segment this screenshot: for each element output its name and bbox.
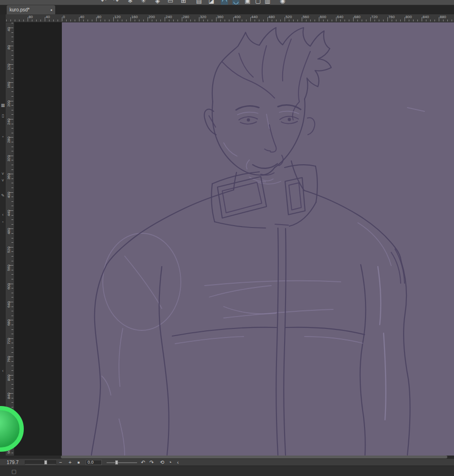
- ruler-minor-tick: [11, 197, 13, 197]
- ruler-label: 800: [7, 375, 11, 381]
- ruler-minor-tick: [143, 20, 144, 21]
- collapse-panel-icon[interactable]: ‹: [0, 212, 6, 217]
- ruler-panel-icon[interactable]: ▤: [196, 0, 202, 5]
- trash-icon[interactable]: ▯: [0, 113, 6, 118]
- ruler-major-tick: [165, 17, 165, 21]
- ruler-minor-tick: [11, 37, 13, 37]
- chevron-down-icon[interactable]: ˅: [0, 171, 6, 176]
- rotation-value[interactable]: 0.0: [86, 460, 102, 465]
- ruler-minor-tick: [135, 20, 135, 21]
- ruler-minor-tick: [417, 20, 418, 21]
- redo-icon[interactable]: ↷: [113, 0, 118, 5]
- collapse-panel-lower-icon[interactable]: ‹: [0, 368, 6, 373]
- ruler-minor-tick: [345, 20, 345, 21]
- ruler-minor-tick: [11, 343, 13, 343]
- fit-screen-icon[interactable]: ■: [78, 460, 80, 465]
- undo-icon[interactable]: ↶: [141, 459, 145, 466]
- ruler-minor-tick: [11, 60, 13, 60]
- page-icon[interactable]: ▢: [11, 468, 16, 475]
- face-lines: [204, 99, 315, 181]
- ruler-minor-tick: [11, 96, 13, 97]
- snap-ruler-icon[interactable]: ❄: [128, 0, 133, 5]
- ruler-minor-tick: [11, 165, 13, 165]
- perspective-grid-icon[interactable]: ⊞: [181, 0, 186, 5]
- ruler-minor-tick: [357, 20, 358, 21]
- ruler-minor-tick: [11, 334, 13, 334]
- ruler-major-tick: [216, 17, 217, 21]
- clipboard-icon[interactable]: ▦: [0, 103, 6, 108]
- snap-special-ruler-icon[interactable]: ✳: [141, 0, 146, 5]
- ruler-minor-tick: [88, 20, 88, 21]
- ruler-major-tick: [405, 17, 405, 21]
- ruler-minor-tick: [306, 20, 306, 21]
- ruler-minor-tick: [11, 23, 13, 23]
- frame-border-icon[interactable]: ▭: [168, 0, 173, 5]
- ruler-minor-tick: [11, 188, 13, 188]
- app-window: ↶↷❄✳◈▭⊞▤◪◠◡▣▢▥◉ kuro.psd* ● 804004080120…: [0, 0, 454, 476]
- ruler-minor-tick: [332, 20, 332, 21]
- rotation-slider[interactable]: [107, 462, 137, 463]
- ruler-minor-tick: [11, 233, 13, 234]
- sub-view-icon[interactable]: ◉: [280, 0, 285, 5]
- ruler-minor-tick: [160, 20, 161, 21]
- zoom-slider-thumb[interactable]: [44, 460, 47, 465]
- reset-rotation-icon[interactable]: ⟲: [160, 459, 164, 466]
- ruler-minor-tick: [315, 20, 315, 21]
- material-shape-icon[interactable]: ◪: [208, 0, 214, 5]
- snap-grid-icon[interactable]: ◈: [155, 0, 160, 5]
- ruler-minor-tick: [11, 201, 13, 202]
- ruler-minor-tick: [105, 20, 105, 21]
- ruler-minor-tick: [11, 270, 13, 270]
- canvas[interactable]: [62, 22, 454, 456]
- chevron-up-icon[interactable]: ˆ: [0, 221, 6, 226]
- ruler-label: 480: [268, 15, 275, 19]
- ruler-minor-tick: [310, 20, 311, 21]
- ruler-label: 240: [7, 119, 11, 125]
- ruler-major-tick: [62, 17, 62, 21]
- new-page-icon[interactable]: ▢: [255, 0, 261, 5]
- collapse-statusbar-icon[interactable]: ‹: [177, 459, 179, 465]
- chevron-down-alt-icon[interactable]: ˅: [0, 178, 6, 183]
- ruler-label: 600: [7, 283, 11, 289]
- ruler-minor-tick: [83, 20, 84, 21]
- document-tab[interactable]: kuro.psd* ●: [7, 5, 55, 14]
- zoom-value[interactable]: 179.7: [7, 460, 19, 465]
- ruler-minor-tick: [11, 124, 13, 124]
- ruler-major-tick: [422, 17, 422, 21]
- redo-icon[interactable]: ↷: [149, 459, 154, 466]
- small-tool-icon[interactable]: ▫: [0, 134, 6, 139]
- ruler-label: 400: [7, 192, 11, 198]
- ruler-minor-tick: [434, 20, 435, 21]
- canvas-window-icon[interactable]: ▣: [245, 0, 250, 5]
- ruler-minor-tick: [173, 20, 174, 21]
- ruler-minor-tick: [340, 20, 341, 21]
- undo-icon[interactable]: ↶: [101, 0, 106, 5]
- zoom-in-button[interactable]: +: [69, 459, 71, 465]
- ruler-minor-tick: [11, 160, 13, 160]
- canvas-viewport[interactable]: [14, 22, 454, 456]
- ruler-label: 760: [388, 15, 395, 19]
- ruler-label: 80: [29, 15, 33, 19]
- ruler-label: 400: [234, 15, 240, 19]
- ruler-minor-tick: [11, 347, 13, 348]
- ruler-minor-tick: [11, 407, 13, 407]
- left-toolbar: ▦▯▫˅˅✎‹ˆ‹: [0, 14, 6, 456]
- ruler-label: 160: [131, 15, 138, 19]
- ruler-major-tick: [336, 17, 336, 21]
- panel-layout-icon[interactable]: ▥: [265, 0, 270, 5]
- rotation-slider-thumb[interactable]: [115, 460, 118, 465]
- zoom-slider[interactable]: [25, 460, 56, 465]
- curve-snap-icon[interactable]: ◠: [221, 0, 228, 5]
- ruler-minor-tick: [289, 20, 289, 21]
- ruler-label: 200: [148, 15, 155, 19]
- ruler-major-tick: [387, 17, 388, 21]
- zoom-out-button[interactable]: −: [59, 459, 62, 465]
- ruler-minor-tick: [11, 110, 13, 110]
- ruler-minor-tick: [36, 20, 37, 21]
- ruler-label: 560: [303, 15, 309, 19]
- pen-tool-icon[interactable]: ✎: [0, 193, 6, 198]
- curve-snap-alt-icon[interactable]: ◡: [232, 0, 239, 5]
- ruler-minor-tick: [396, 20, 396, 21]
- ruler-label: 800: [405, 15, 412, 19]
- rotate-view-icon[interactable]: ◔: [168, 459, 172, 465]
